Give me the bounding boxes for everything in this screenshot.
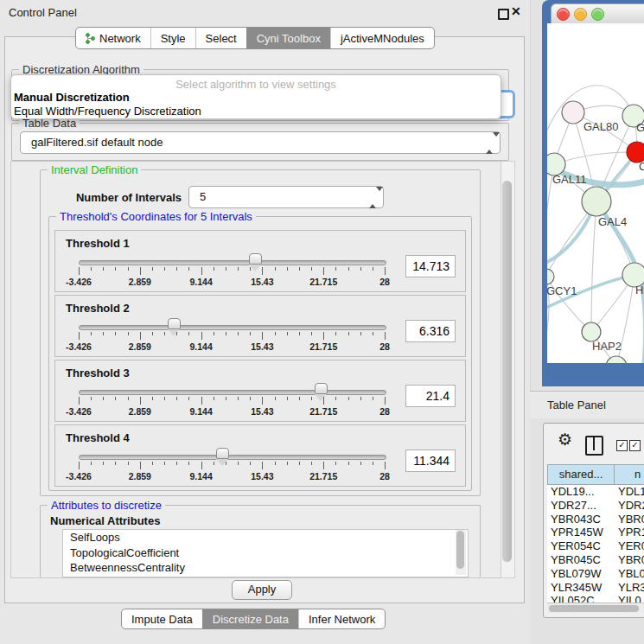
tab-select[interactable]: Select xyxy=(195,28,246,48)
attribute-topologicalcoefficient[interactable]: TopologicalCoefficient xyxy=(63,545,468,561)
tick-label: 21.715 xyxy=(309,341,337,352)
attribute-betweennesscentrality[interactable]: BetweennessCentrality xyxy=(63,560,468,576)
panel-title: Control Panel xyxy=(9,6,77,19)
tick-label: 21.715 xyxy=(309,277,337,287)
table-row[interactable]: YIL052C YIL0 xyxy=(547,594,644,603)
threshold-4-panel: Threshold 4 -3.4262.8599.14415.4321.7152… xyxy=(54,424,466,487)
tick-label: 28 xyxy=(379,406,390,417)
slider-ticks xyxy=(79,462,385,470)
bottom-tabs: Impute DataDiscretize DataInfer Network xyxy=(121,609,386,629)
slider-track[interactable] xyxy=(79,390,386,395)
popup-option-equal-width-frequency[interactable]: Equal Width/Frequency Discretization xyxy=(11,105,501,118)
table-row[interactable]: YBL079W YBL0 xyxy=(547,567,644,581)
node-gal4[interactable] xyxy=(582,187,611,216)
table-row[interactable]: YDR27... YDR2 xyxy=(547,499,644,513)
float-icon[interactable] xyxy=(498,9,509,20)
table-row[interactable]: YLR345W YLR3 xyxy=(547,581,644,595)
tick-label: -3.426 xyxy=(66,406,92,417)
threshold-2-slider[interactable]: -3.4262.8599.14415.4321.71528 xyxy=(79,318,385,353)
slider-track[interactable] xyxy=(79,455,386,460)
slider-track[interactable] xyxy=(79,260,386,265)
tick-label: 9.144 xyxy=(189,277,212,287)
threshold-2-value-field[interactable]: 6.316 xyxy=(405,320,456,342)
zoom-traffic-light-icon[interactable] xyxy=(591,8,604,21)
number-of-intervals-label: Number of Intervals xyxy=(52,191,182,204)
slider-track[interactable] xyxy=(79,325,386,330)
tab-network[interactable]: Network xyxy=(76,28,150,48)
node-gal80[interactable] xyxy=(562,101,584,124)
vertical-scrollbar[interactable] xyxy=(501,161,515,578)
tick-label: 9.144 xyxy=(189,341,212,352)
tick-label: 2.859 xyxy=(129,277,151,287)
table-data-value: galFiltered.sif default node xyxy=(31,132,163,152)
tab-infer-network[interactable]: Infer Network xyxy=(298,609,385,628)
table-panel-title: Table Panel xyxy=(547,399,606,411)
table-panel-body: ⚙ ✓ ✓ shared... n YDL19... YDL1 YDR27...… xyxy=(543,423,644,618)
horizontal-scrollbar[interactable] xyxy=(547,603,644,613)
thresholds-group-title: Threshold's Coordinates for 5 Intervals xyxy=(56,210,256,223)
close-icon[interactable]: ✕ xyxy=(511,4,521,18)
node-label-hap2: HAP2 xyxy=(592,340,622,353)
popup-option-manual-discretization[interactable]: Manual Discretization xyxy=(11,91,501,105)
tab-jactivemnodules[interactable]: jActiveMNodules xyxy=(330,28,434,48)
node-label-g: G xyxy=(636,121,644,134)
control-panel: Control Panel ✕ Network S xyxy=(0,0,531,644)
threshold-3-value-field[interactable]: 21.4 xyxy=(405,385,456,407)
table-row[interactable]: YDL19... YDL1 xyxy=(547,485,644,499)
close-traffic-light-icon[interactable] xyxy=(557,8,570,21)
slider-tick-labels: -3.4262.8599.14415.4321.71528 xyxy=(79,471,385,481)
slider-tick-labels: -3.4262.8599.14415.4321.71528 xyxy=(79,406,385,417)
table-rows: YDL19... YDL1 YDR27... YDR2 YBR043C YBR0… xyxy=(547,485,644,603)
threshold-3-slider[interactable]: -3.4262.8599.14415.4321.71528 xyxy=(79,383,385,418)
interval-definition-title: Interval Definition xyxy=(48,163,141,176)
main-tabs: Network Style Select xyxy=(75,27,435,49)
apply-button[interactable]: Apply xyxy=(232,580,292,600)
threshold-1-slider[interactable]: -3.4262.8599.14415.4321.71528 xyxy=(79,253,385,288)
node-label-gcy1: GCY1 xyxy=(547,284,577,297)
number-of-intervals-combobox[interactable]: 5 xyxy=(188,186,384,208)
threshold-4-slider[interactable]: -3.4262.8599.14415.4321.71528 xyxy=(79,448,385,482)
combo-stepper-icon[interactable] xyxy=(486,137,494,149)
number-of-intervals-value: 5 xyxy=(200,187,206,207)
table-row[interactable]: YPR145W YPR1 xyxy=(547,526,644,539)
tick-label: -3.426 xyxy=(66,471,92,481)
combo-stepper-icon[interactable] xyxy=(369,191,377,203)
vertical-scrollbar-thumb[interactable] xyxy=(502,181,512,562)
table-row[interactable]: YBR045C YBR0 xyxy=(547,553,644,567)
attributes-list-scrollbar-thumb[interactable] xyxy=(456,531,464,569)
minimize-traffic-light-icon[interactable] xyxy=(574,8,587,21)
table-panel-header: Table Panel xyxy=(530,391,644,419)
horizontal-scrollbar-thumb[interactable] xyxy=(549,605,639,612)
attributes-group-title: Attributes to discretize xyxy=(48,499,165,512)
gear-icon[interactable]: ⚙ xyxy=(558,431,572,448)
numerical-attributes-list[interactable]: SelfLoopsTopologicalCoefficientBetweenne… xyxy=(62,529,469,577)
tick-label: 9.144 xyxy=(189,471,212,481)
network-canvas[interactable]: GAL80GCGAL11GAL4GCY1HHAP2 xyxy=(547,23,644,363)
checkbox-icon[interactable]: ✓ xyxy=(616,440,628,451)
table-header-row: shared... n xyxy=(547,464,644,485)
network-window-titlebar[interactable] xyxy=(551,3,644,25)
node-hap2[interactable] xyxy=(582,322,601,341)
table-data-combobox[interactable]: galFiltered.sif default node xyxy=(20,131,501,154)
table-row[interactable]: YER054C YER0 xyxy=(547,539,644,553)
tick-label: 9.144 xyxy=(189,406,212,417)
tick-label: 2.859 xyxy=(129,471,151,481)
threshold-1-value-field[interactable]: 14.713 xyxy=(405,255,456,277)
numerical-attributes-label: Numerical Attributes xyxy=(50,514,160,527)
tab-cyni-toolbox[interactable]: Cyni Toolbox xyxy=(246,28,330,48)
tick-label: 28 xyxy=(379,471,390,481)
node-gcy1[interactable] xyxy=(547,269,554,284)
split-columns-icon[interactable] xyxy=(585,436,603,456)
attributes-list-scrollbar[interactable] xyxy=(456,530,466,575)
tick-label: 21.715 xyxy=(309,471,337,481)
column-header-shared-name[interactable]: shared... xyxy=(547,464,615,485)
tab-impute-data[interactable]: Impute Data xyxy=(122,609,202,628)
threshold-4-value-field[interactable]: 11.344 xyxy=(405,450,456,472)
tab-discretize-data[interactable]: Discretize Data xyxy=(202,609,298,628)
tab-style[interactable]: Style xyxy=(150,28,195,48)
tick-label: 28 xyxy=(379,341,390,352)
checkbox-icon[interactable]: ✓ xyxy=(629,440,641,451)
attribute-selfloops[interactable]: SelfLoops xyxy=(63,530,468,545)
column-header-name[interactable]: n xyxy=(615,464,644,485)
table-row[interactable]: YBR043C YBR0 xyxy=(547,513,644,526)
